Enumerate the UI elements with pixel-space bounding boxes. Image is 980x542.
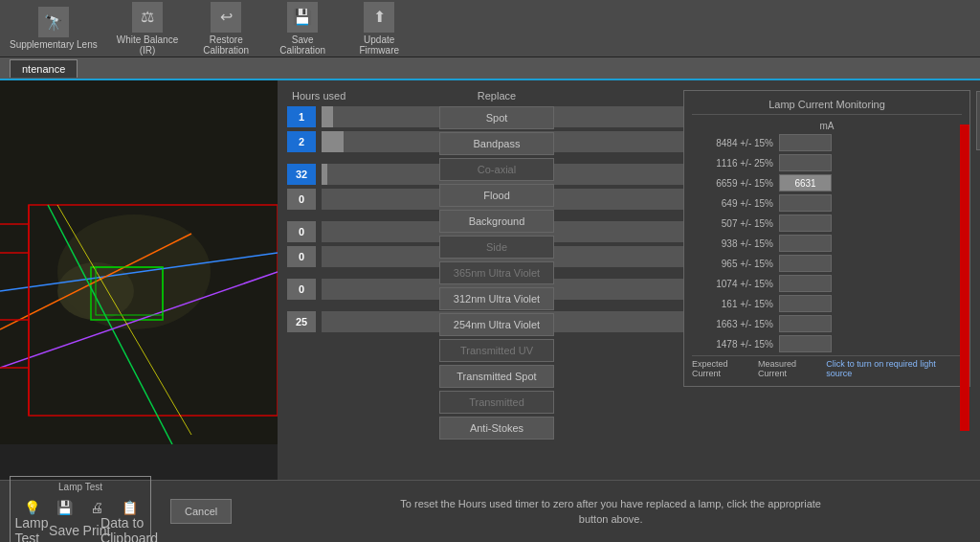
antistokes-button[interactable]: Anti-Stokes [439,417,554,440]
message-line1: To reset the Hours used timer to zero af… [251,496,970,512]
restore-icon: ↩ [211,2,241,33]
white-balance-icon: ⚖ [132,2,163,33]
turn-on-light-link[interactable]: Click to turn on required light source [826,359,962,378]
monitor-row-9: 161 +/- 15% [692,295,962,312]
lamp-test-title: Lamp Test [58,482,102,492]
save-calibration-button[interactable]: 💾 SaveCalibration [274,2,331,56]
expected-7: 965 +/- 15% [692,259,773,269]
main-content: Hours used Hours remaining 1 2% 49 2 4% … [0,80,980,542]
ma-label: mA [692,121,962,131]
measured-11[interactable] [779,335,832,352]
bandpass-replace-button[interactable]: Bandpass [439,132,554,155]
restore-calibration-button[interactable]: ↩ RestoreCalibration [197,2,255,56]
message-line2: button above. [251,511,970,528]
uv365-replace-button: 365nm Ultra Violet [439,261,554,284]
transmitted-button: Transmitted [439,391,554,414]
supplementary-lens-button[interactable]: 🔭 Supplementary Lens [10,7,98,50]
expected-5: 507 +/- 15% [692,218,773,229]
save-icon: 💾 [53,496,76,519]
clipboard-label: Data toClipboard [118,519,141,542]
measured-3[interactable] [779,174,832,192]
flood-replace-button[interactable]: Flood [439,184,554,207]
measured-4[interactable] [779,194,832,212]
image-panel [0,80,278,542]
lamp-monitor-panel: Lamp Current Monitoring mA 8484 +/- 15% … [683,90,970,387]
transmitted-spot-button[interactable]: Transmitted Spot [439,365,554,388]
cancel-button[interactable]: Cancel [170,499,232,524]
bottom-section: Lamp Test 💡 Lamp Test 💾 Save 🖨 Print 📋 D… [0,480,980,542]
lamp-number-2: 2 [287,131,316,152]
measured-9[interactable] [779,295,832,312]
white-balance-button[interactable]: ⚖ White Balance(IR) [117,2,178,56]
lamp-test-button[interactable]: 💡 Lamp Test [20,496,43,542]
save-button[interactable]: 💾 Save [53,496,76,542]
measured-6[interactable] [779,235,832,252]
expected-current-label: Expected Current [692,359,758,378]
measured-1[interactable] [779,134,832,151]
lamp-monitor-title: Lamp Current Monitoring [692,99,962,115]
monitor-row-4: 649 +/- 15% [692,194,962,212]
red-indicator-bar [960,124,969,431]
maintenance-tab[interactable]: ntenance [10,59,78,78]
expected-4: 649 +/- 15% [692,198,773,209]
measured-7[interactable] [779,255,832,272]
monitor-row-11: 1478 +/- 15% [692,335,962,352]
monitor-row-1: 8484 +/- 15% [692,134,962,151]
expected-10: 1663 +/- 15% [692,319,773,329]
lamp-number-4: 0 [287,189,316,210]
toolbar: 🔭 Supplementary Lens ⚖ White Balance(IR)… [0,0,980,57]
lamp-number-6: 0 [287,246,316,267]
monitor-footer: Expected Current Measured Current Click … [692,355,962,378]
background-replace-button[interactable]: Background [439,210,554,233]
lamp-test-label: Lamp Test [20,519,43,542]
lamp-number-1: 1 [287,106,316,127]
side-replace-button: Side [439,236,554,259]
lamp-number-5: 0 [287,221,316,242]
transmitted-uv-button: Transmitted UV [439,339,554,362]
lamp-number-7: 0 [287,279,316,300]
monitor-row-5: 507 +/- 15% [692,215,962,232]
uv254-replace-button[interactable]: 254nm Ultra Violet [439,313,554,336]
expected-3: 6659 +/- 15% [692,178,773,189]
clipboard-button[interactable]: 📋 Data toClipboard [118,496,141,542]
coaxial-replace-button: Co-axial [439,158,554,181]
measured-current-label: Measured Current [758,359,826,378]
lamp-number-8: 25 [287,311,316,332]
monitor-row-3: 6659 +/- 15% [692,174,962,192]
update-firmware-icon: ⬆ [364,2,394,33]
data-panel: Hours used Hours remaining 1 2% 49 2 4% … [278,80,980,542]
replace-panel: Replace Spot Bandpass Co-axial Flood Bac… [434,90,559,442]
save-label: Save [53,519,76,542]
expected-11: 1478 +/- 15% [692,339,773,350]
lamp-test-icons: 💡 Lamp Test 💾 Save 🖨 Print 📋 Data toClip… [20,496,141,542]
save-calibration-icon: 💾 [287,2,318,33]
camera-view [0,80,278,444]
monitor-row-6: 938 +/- 15% [692,235,962,252]
supplementary-lens-icon: 🔭 [38,7,69,37]
measured-2[interactable] [779,154,832,171]
expected-8: 1074 +/- 15% [692,279,773,289]
monitor-row-7: 965 +/- 15% [692,255,962,272]
expected-6: 938 +/- 15% [692,238,773,249]
measured-8[interactable] [779,275,832,292]
monitor-row-8: 1074 +/- 15% [692,275,962,292]
click-info-box: Click the appropriate button to set the … [976,91,980,150]
replace-title: Replace [434,90,559,102]
bottom-message: To reset the Hours used timer to zero af… [251,496,970,528]
measured-5[interactable] [779,215,832,232]
lamp-test-box: Lamp Test 💡 Lamp Test 💾 Save 🖨 Print 📋 D… [10,476,151,543]
tabbar: ntenance [0,57,980,80]
monitor-row-2: 1116 +/- 25% [692,154,962,171]
update-firmware-button[interactable]: ⬆ UpdateFirmware [350,2,408,56]
expected-1: 8484 +/- 15% [692,138,773,148]
spot-replace-button[interactable]: Spot [439,106,554,129]
monitor-row-10: 1663 +/- 15% [692,315,962,332]
expected-9: 161 +/- 15% [692,299,773,309]
expected-2: 1116 +/- 25% [692,158,773,169]
uv312-replace-button[interactable]: 312nm Ultra Violet [439,287,554,310]
measured-10[interactable] [779,315,832,332]
lamp-number-3: 32 [287,164,316,185]
